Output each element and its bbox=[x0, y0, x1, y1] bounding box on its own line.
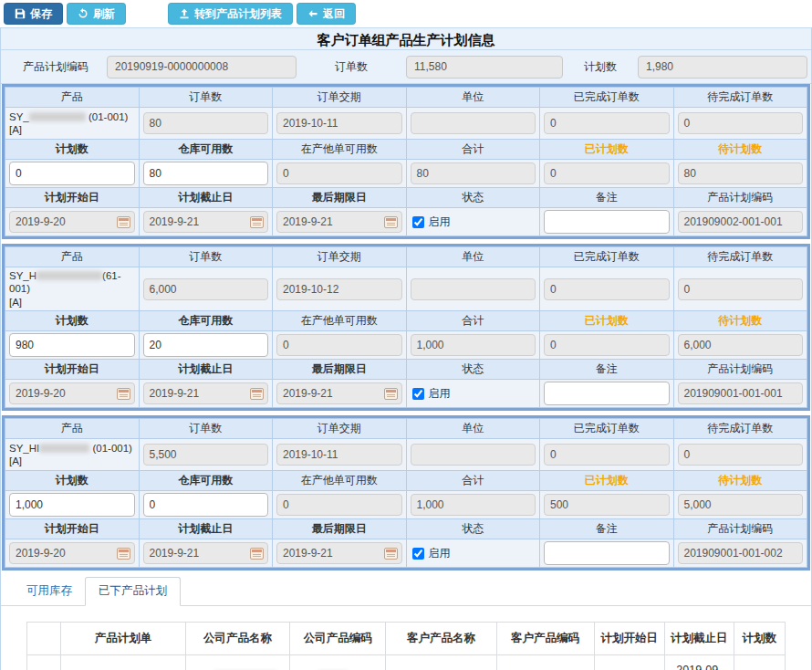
col-customer-code: 客户产品编码 bbox=[496, 623, 594, 655]
calendar-icon[interactable] bbox=[250, 216, 264, 228]
warehouse-avail-input[interactable] bbox=[143, 162, 269, 185]
planned-header: 已计划数 bbox=[540, 311, 674, 331]
goto-plan-list-button[interactable]: 转到产品计划列表 bbox=[168, 3, 293, 25]
placed-plans-table: 产品计划单 公司产品名称 公司产品编码 客户产品名称 客户产品编码 计划开始日 … bbox=[26, 622, 786, 670]
end-date-picker[interactable]: 2019-9-21 bbox=[143, 542, 269, 564]
product-block-1: 产品 订单数 订单交期 单位 已完成订单数 待完成订单数 SY_ (01-001… bbox=[2, 84, 810, 239]
start-date-picker[interactable]: 2019-9-20 bbox=[9, 211, 135, 233]
enabled-checkbox[interactable] bbox=[412, 548, 424, 560]
cell-company-code: SY_ bbox=[289, 655, 386, 670]
tab-placed-product-plans[interactable]: 已下产品计划 bbox=[85, 577, 181, 606]
start-date-picker[interactable]: 2019-9-20 bbox=[9, 382, 135, 404]
block-plan-code-value: 201909001-001-001 bbox=[678, 382, 804, 404]
product-name-suffix: (01-001) bbox=[88, 111, 128, 122]
redacted-text bbox=[29, 112, 86, 121]
plan-qty-input[interactable] bbox=[9, 162, 135, 185]
refresh-label: 刷新 bbox=[93, 6, 115, 22]
upload-icon bbox=[179, 8, 190, 19]
save-label: 保存 bbox=[30, 6, 52, 22]
table-row[interactable]: 1 201909001-001-001 SY_ SY_ 01-001 A01-0… bbox=[27, 655, 786, 670]
pending-plan-value: 6,000 bbox=[678, 334, 804, 356]
done-orders-value: 0 bbox=[544, 278, 670, 300]
product-name-suffix: (01-001) bbox=[92, 443, 131, 454]
product-name-line2: [A] bbox=[9, 124, 22, 135]
enabled-checkbox[interactable] bbox=[412, 388, 424, 400]
status-header: 状态 bbox=[406, 360, 540, 380]
deadline-picker[interactable]: 2019-9-21 bbox=[276, 542, 402, 564]
deadline-picker[interactable]: 2019-9-21 bbox=[276, 382, 402, 404]
plan-qty-header: 计划数 bbox=[5, 471, 140, 491]
product-name-prefix: SY_HI bbox=[9, 443, 39, 454]
pending-orders-header: 待完成订单数 bbox=[673, 247, 807, 267]
order-qty-field: 11,580 bbox=[406, 56, 563, 79]
deadline-value: 2019-9-21 bbox=[283, 215, 333, 228]
start-date-picker[interactable]: 2019-9-20 bbox=[9, 542, 135, 564]
order-qty-value: 80 bbox=[143, 112, 269, 134]
deadline-value: 2019-9-21 bbox=[283, 547, 333, 560]
col-start-date: 计划开始日 bbox=[594, 623, 665, 655]
end-date-picker[interactable]: 2019-9-21 bbox=[143, 382, 269, 404]
warehouse-avail-input[interactable] bbox=[143, 493, 269, 517]
pending-orders-value: 0 bbox=[678, 112, 804, 134]
plan-code-label: 产品计划编码 bbox=[5, 59, 107, 75]
enabled-checkbox[interactable] bbox=[412, 216, 424, 228]
total-header: 合计 bbox=[406, 140, 540, 160]
product-name-line2: [A] bbox=[9, 297, 22, 308]
refresh-button[interactable]: 刷新 bbox=[67, 3, 126, 25]
remark-input[interactable] bbox=[544, 210, 670, 234]
calendar-icon[interactable] bbox=[384, 216, 398, 228]
pending-plan-header: 待计划数 bbox=[673, 140, 807, 160]
start-date-value: 2019-9-20 bbox=[16, 387, 66, 400]
page-title: 客户订单组产品生产计划信息 bbox=[1, 27, 811, 50]
deadline-header: 最后期限日 bbox=[273, 188, 407, 208]
start-date-value: 2019-9-20 bbox=[16, 547, 66, 560]
deadline-picker[interactable]: 2019-9-21 bbox=[276, 211, 402, 233]
calendar-icon[interactable] bbox=[117, 548, 130, 560]
product-header: 产品 bbox=[5, 247, 140, 267]
pending-orders-header: 待完成订单数 bbox=[673, 88, 807, 108]
calendar-icon[interactable] bbox=[384, 388, 398, 400]
order-due-value: 2019-10-12 bbox=[276, 278, 402, 300]
calendar-icon[interactable] bbox=[384, 548, 398, 560]
done-orders-header: 已完成订单数 bbox=[540, 419, 674, 439]
end-date-value: 2019-9-21 bbox=[150, 547, 200, 560]
calendar-icon[interactable] bbox=[117, 216, 130, 228]
calendar-icon[interactable] bbox=[250, 388, 264, 400]
tab-available-inventory[interactable]: 可用库存 bbox=[14, 578, 85, 605]
order-due-header: 订单交期 bbox=[273, 419, 407, 439]
redacted-text bbox=[39, 444, 89, 453]
save-icon bbox=[15, 8, 26, 19]
cell-customer-name: 01-001 bbox=[386, 655, 496, 670]
end-date-picker[interactable]: 2019-9-21 bbox=[143, 211, 269, 233]
save-button[interactable]: 保存 bbox=[4, 3, 63, 25]
calendar-icon[interactable] bbox=[250, 548, 264, 560]
goto-plan-list-label: 转到产品计划列表 bbox=[194, 6, 282, 22]
calendar-icon[interactable] bbox=[117, 388, 130, 400]
other-order-avail-header: 在产他单可用数 bbox=[273, 311, 407, 331]
start-date-header: 计划开始日 bbox=[5, 188, 140, 208]
cell-company-name: SY_ bbox=[186, 655, 290, 670]
product-name: SY_H(61-001)[A] bbox=[5, 267, 140, 311]
order-qty-value: 5,500 bbox=[143, 444, 269, 466]
other-order-avail-value: 0 bbox=[276, 334, 402, 356]
order-qty-header: 订单数 bbox=[139, 419, 273, 439]
end-date-header: 计划截止日 bbox=[139, 188, 273, 208]
order-due-header: 订单交期 bbox=[273, 247, 407, 267]
order-due-value: 2019-10-11 bbox=[276, 444, 402, 466]
plan-qty-input[interactable] bbox=[9, 333, 135, 357]
col-end-date: 计划截止日 bbox=[665, 623, 734, 655]
status-header: 状态 bbox=[406, 188, 540, 208]
product-header: 产品 bbox=[5, 88, 140, 108]
enabled-label: 启用 bbox=[429, 546, 451, 561]
plan-qty-field: 1,980 bbox=[638, 56, 807, 79]
pending-plan-value: 5,000 bbox=[678, 494, 804, 516]
end-date-header: 计划截止日 bbox=[139, 519, 273, 539]
remark-input[interactable] bbox=[544, 382, 670, 405]
warehouse-avail-input[interactable] bbox=[143, 333, 269, 357]
plan-qty-input[interactable] bbox=[9, 493, 135, 517]
back-button[interactable]: 返回 bbox=[297, 3, 356, 25]
remark-input[interactable] bbox=[544, 541, 670, 565]
plan-qty-header: 计划数 bbox=[5, 311, 140, 331]
done-orders-header: 已完成订单数 bbox=[540, 88, 674, 108]
unit-value bbox=[411, 278, 536, 300]
